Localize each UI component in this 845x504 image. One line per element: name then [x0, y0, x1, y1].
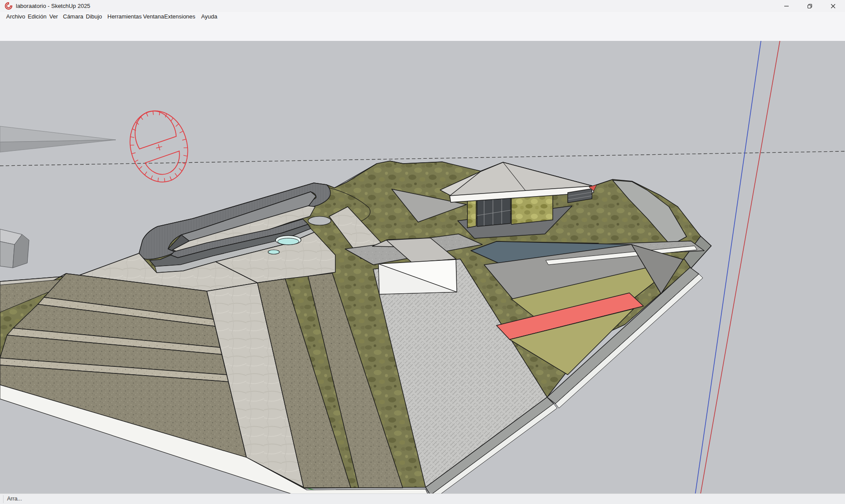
- courtyard-round-hole: [308, 216, 331, 225]
- menu-bar: ArchivoEdiciónVerCámaraDibujoHerramienta…: [0, 12, 845, 22]
- sketchup-logo-icon: [4, 2, 13, 10]
- 3d-viewport[interactable]: [0, 41, 845, 493]
- menu-ver[interactable]: Ver: [48, 12, 59, 22]
- pavilion-moss-strip: [467, 199, 476, 228]
- title-bar: laboraatorio - SketchUp 2025: [0, 0, 845, 12]
- main-toolbar: [0, 22, 845, 41]
- menu-ventana[interactable]: Ventana: [142, 12, 165, 22]
- menu-ayuda[interactable]: Ayuda: [200, 12, 218, 22]
- pavilion-glass: [477, 196, 511, 226]
- menu-archivo[interactable]: Archivo: [5, 12, 26, 22]
- menu-herramientas[interactable]: Herramientas: [107, 12, 143, 22]
- sketchup-window: laboraatorio - SketchUp 2025 ArchivoEdic…: [0, 0, 845, 504]
- status-message: Arra...: [7, 496, 22, 502]
- menu-dibujo[interactable]: Dibujo: [85, 12, 103, 22]
- menu-extensiones[interactable]: Extensiones: [163, 12, 196, 22]
- status-bar: Arra...: [0, 493, 845, 504]
- close-button[interactable]: [823, 0, 843, 12]
- restore-button[interactable]: [800, 0, 820, 12]
- minimize-button[interactable]: [776, 0, 797, 12]
- window-title: laboraatorio - SketchUp 2025: [16, 3, 90, 9]
- status-separator: [3, 495, 4, 503]
- model-scene: [0, 41, 845, 493]
- menu-edicion[interactable]: Edición: [27, 12, 48, 22]
- menu-camara[interactable]: Cámara: [62, 12, 84, 22]
